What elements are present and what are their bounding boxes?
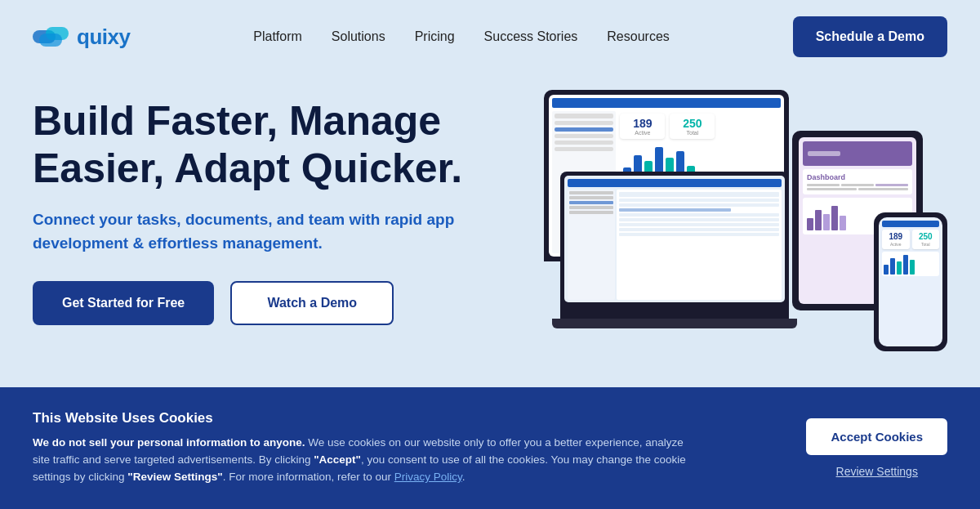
logo[interactable]: quixy <box>33 25 130 50</box>
hero-title: Build Faster, Manage Easier, Adapt Quick… <box>33 98 536 192</box>
phone-screen: 189 Active 250 Total <box>879 217 942 346</box>
review-settings-button[interactable]: Review Settings <box>836 465 918 478</box>
logo-icon <box>33 25 69 48</box>
stat-label-1: Active <box>626 130 658 136</box>
cookie-body-bold: We do not sell your personal information… <box>33 436 305 449</box>
hero-subtitle: Connect your tasks, documents, and team … <box>33 208 457 255</box>
get-started-button[interactable]: Get Started for Free <box>33 281 214 325</box>
accept-cookies-button[interactable]: Accept Cookies <box>806 418 947 455</box>
cookie-body-final: . <box>462 471 466 483</box>
nav-solutions[interactable]: Solutions <box>332 29 385 44</box>
nav-platform[interactable]: Platform <box>253 29 302 44</box>
svg-rect-2 <box>39 33 62 47</box>
cookie-banner: This Website Uses Cookies We do not sell… <box>0 387 980 509</box>
hero-section: Build Faster, Manage Easier, Adapt Quick… <box>0 74 980 351</box>
laptop-base <box>552 319 797 328</box>
cookie-actions: Accept Cookies Review Settings <box>806 418 947 478</box>
phone-mockup: 189 Active 250 Total <box>874 212 947 351</box>
main-nav: Platform Solutions Pricing Success Stori… <box>253 29 670 44</box>
cookie-text-area: This Website Uses Cookies We do not sell… <box>33 410 702 486</box>
hero-left: Build Faster, Manage Easier, Adapt Quick… <box>33 90 536 325</box>
laptop-mockup <box>560 172 789 319</box>
cookie-title: This Website Uses Cookies <box>33 410 702 426</box>
cookie-body: We do not sell your personal information… <box>33 435 702 486</box>
laptop-screen <box>564 176 785 302</box>
cookie-review-word: "Review Settings" <box>127 471 222 483</box>
header: quixy Platform Solutions Pricing Success… <box>0 0 980 74</box>
nav-success-stories[interactable]: Success Stories <box>484 29 578 44</box>
nav-pricing[interactable]: Pricing <box>415 29 455 44</box>
logo-text: quixy <box>77 25 130 50</box>
cookie-accept-word: "Accept" <box>314 453 361 466</box>
hero-buttons: Get Started for Free Watch a Demo <box>33 281 536 325</box>
hero-right: 189 Active 250 Total <box>536 90 947 351</box>
privacy-policy-link[interactable]: Privacy Policy <box>394 471 462 483</box>
stat-label-2: Total <box>676 130 708 136</box>
stat-189: 189 <box>626 117 658 130</box>
cookie-body-end: . For more information, refer to our <box>223 471 394 483</box>
nav-resources[interactable]: Resources <box>607 29 669 44</box>
schedule-demo-button[interactable]: Schedule a Demo <box>793 16 947 57</box>
stat-250: 250 <box>676 117 708 130</box>
watch-demo-button[interactable]: Watch a Demo <box>230 281 394 325</box>
